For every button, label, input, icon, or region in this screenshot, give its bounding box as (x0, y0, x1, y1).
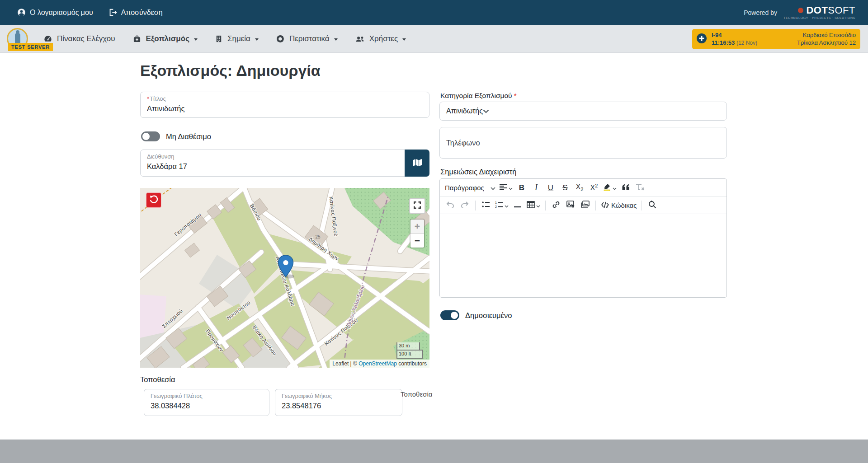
nav-menu: Πίνακας Ελέγχου Εξοπλισμός (43, 25, 406, 53)
title-field-label: Τίτλος (150, 95, 166, 102)
leaflet-map[interactable]: Γεροποτάμου Βάσιου Δημήτρη Χορν Αποστόλο… (140, 188, 429, 368)
zoom-out-button[interactable]: − (410, 234, 424, 248)
subscript-button[interactable]: X2 (573, 181, 586, 195)
map-icon (411, 157, 423, 169)
address-input[interactable] (147, 161, 423, 172)
blockquote-button[interactable] (619, 181, 632, 195)
nav-item-equipment[interactable]: Εξοπλισμός (132, 34, 198, 43)
notes-label: Σημειώσεις Διαχειριστή (440, 168, 516, 176)
paragraph-style-value: Παράγραφος (445, 184, 484, 192)
address-row: Διεύθυνση (140, 150, 429, 177)
logout-link[interactable]: Αποσύνδεση (108, 8, 163, 17)
italic-button[interactable]: I (529, 181, 543, 195)
clear-formatting-button[interactable] (633, 181, 647, 195)
incident-alert-card[interactable]: I-94 11:16:53 (12 Nov) Καρδιακό Επεισόδι… (692, 29, 860, 49)
code-sample-label: Κώδικας (611, 201, 637, 209)
topbar-right: Powered by DOTSOFT TECHNOLOGY · PROJECTS… (744, 5, 855, 19)
chevron-down-icon (536, 201, 540, 210)
nav-item-users[interactable]: Χρήστες (355, 34, 406, 43)
strikethrough-button[interactable]: S (558, 181, 572, 195)
navbar: TEST SERVER Πίνακας Ελέγχου (0, 25, 868, 53)
editor-toolbar-row-1: Παράγραφος B I U S X2 X2 (440, 179, 726, 197)
toolbar-separator (475, 201, 476, 210)
chevron-down-icon (483, 107, 489, 115)
strikethrough-glyph: S (562, 183, 567, 192)
gallery-icon (581, 201, 590, 210)
phone-input[interactable] (446, 139, 720, 147)
insert-link-button[interactable] (549, 199, 563, 212)
align-dropdown-button[interactable] (498, 181, 514, 195)
plus-circle-icon (696, 33, 708, 46)
superscript-button[interactable]: X2 (587, 181, 601, 195)
category-select[interactable]: Απινιδωτής (439, 102, 727, 121)
nav-item-incidents[interactable]: Περιστατικά (276, 34, 338, 43)
alert-date: (12 Nov) (736, 40, 757, 46)
search-replace-button[interactable] (646, 199, 659, 212)
footer-bar (0, 440, 868, 463)
table-dropdown-button[interactable] (525, 199, 542, 212)
brand-tagline: TECHNOLOGY · PROJECTS · SOLUTIONS (783, 16, 855, 19)
brand-soft-text: SOFT (828, 5, 855, 16)
topbar: Ο λογαριασμός μου Αποσύνδεση Powered by … (0, 0, 868, 25)
pick-on-map-button[interactable] (405, 150, 429, 177)
longitude-input[interactable] (282, 400, 396, 412)
main-content: Εξοπλισμός: Δημιουργία *Τίτλος Μη Διαθέσ… (0, 53, 868, 440)
nav-item-dashboard[interactable]: Πίνακας Ελέγχου (43, 34, 115, 43)
address-field[interactable]: Διεύθυνση (140, 150, 429, 177)
chevron-down-icon (491, 184, 495, 192)
unavailable-toggle-row: Μη Διαθέσιμο (141, 131, 211, 141)
nav-item-points[interactable]: Σημεία (215, 34, 259, 43)
bullet-list-icon (482, 201, 490, 210)
upload-image-button[interactable] (564, 199, 577, 212)
powered-by-label: Powered by (744, 9, 777, 16)
paragraph-style-dropdown[interactable]: Παράγραφος (443, 181, 497, 195)
rich-text-editor: Παράγραφος B I U S X2 X2 (439, 178, 727, 298)
my-account-label: Ο λογαριασμός μου (30, 9, 93, 17)
refresh-icon (149, 194, 159, 206)
image-gallery-button[interactable] (578, 199, 592, 212)
latitude-input[interactable] (151, 400, 263, 412)
map-reset-button[interactable] (146, 192, 161, 208)
quote-icon (622, 184, 630, 192)
required-asterisk: * (147, 95, 149, 102)
undo-icon (446, 201, 454, 210)
nav-label-incidents: Περιστατικά (289, 34, 330, 43)
underline-button[interactable]: U (544, 181, 557, 195)
openstreetmap-link[interactable]: OpenStreetMap (359, 360, 397, 367)
title-input[interactable] (147, 103, 423, 114)
code-sample-button[interactable]: Κώδικας (599, 199, 638, 212)
notes-editor-body[interactable] (440, 214, 726, 298)
subscript-base: X (576, 183, 581, 191)
table-icon (527, 201, 535, 210)
highlight-dropdown-button[interactable] (602, 181, 618, 195)
location-side-label: Τοποθεσία (401, 390, 432, 398)
numbered-list-dropdown-button[interactable]: 12 (494, 199, 510, 212)
editor-toolbar-row-2: 12 (440, 197, 726, 214)
unavailable-toggle[interactable] (141, 131, 160, 141)
undo-button[interactable] (443, 199, 457, 212)
alert-left: I-94 11:16:53 (12 Nov) (712, 32, 757, 47)
medical-bag-icon (132, 34, 142, 43)
published-toggle-label: Δημοσιευμένο (465, 311, 512, 320)
image-upload-icon (566, 201, 575, 210)
category-label-text: Κατηγορία Εξοπλισμού (440, 92, 512, 99)
my-account-link[interactable]: Ο λογαριασμός μου (17, 8, 93, 17)
scale-imperial: 100 ft (396, 350, 423, 359)
chevron-down-icon (505, 201, 509, 210)
phone-field[interactable] (439, 127, 727, 159)
bold-button[interactable]: B (515, 181, 528, 195)
published-toggle[interactable] (440, 310, 459, 320)
horizontal-rule-icon (514, 201, 522, 210)
horizontal-rule-button[interactable] (511, 199, 524, 212)
italic-glyph: I (535, 183, 538, 192)
zoom-in-button[interactable]: + (410, 220, 424, 234)
bullet-list-button[interactable] (479, 199, 493, 212)
longitude-field[interactable]: Γεωγραφικό Μήκος (275, 389, 402, 416)
latitude-field[interactable]: Γεωγραφικό Πλάτος (144, 389, 269, 416)
title-field[interactable]: *Τίτλος (140, 92, 429, 118)
map-fullscreen-button[interactable] (409, 198, 425, 214)
redo-button[interactable] (458, 199, 472, 212)
location-heading: Τοποθεσία (140, 375, 175, 384)
chevron-down-icon (613, 184, 617, 192)
required-asterisk: * (514, 92, 517, 99)
